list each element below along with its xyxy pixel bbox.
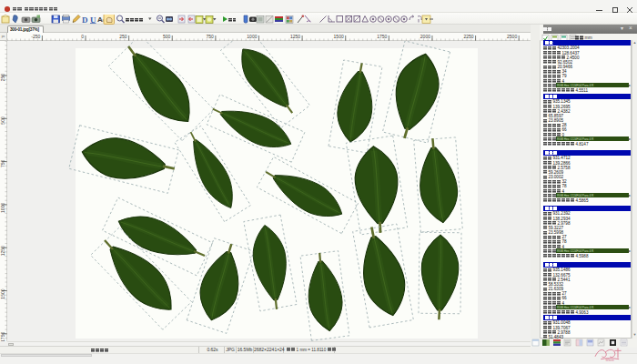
svg-text:1500: 1500 [334,34,344,39]
svg-text:500: 500 [163,34,171,39]
svg-text:WSeen: WSeen [605,359,614,362]
svg-text:500: 500 [0,116,5,125]
svg-text:1250: 1250 [290,34,300,39]
svg-text:750: 750 [207,34,215,39]
svg-text:D: D [82,15,88,25]
svg-text:1750: 1750 [0,332,5,341]
svg-text:1000: 1000 [0,203,5,213]
svg-text:1000: 1000 [247,34,257,39]
svg-text:0: 0 [81,34,84,39]
svg-text:250: 250 [119,34,127,39]
svg-text:1500: 1500 [0,288,5,298]
svg-text:750: 750 [0,159,5,167]
svg-text:1250: 1250 [0,246,5,256]
svg-text:1750: 1750 [377,34,387,39]
svg-text:2000: 2000 [420,34,430,39]
svg-text:250: 250 [0,74,5,82]
svg-text:-250: -250 [31,34,40,39]
svg-text:U: U [90,15,96,25]
svg-text:2250: 2250 [463,34,473,39]
svg-text:2500: 2500 [507,34,517,39]
